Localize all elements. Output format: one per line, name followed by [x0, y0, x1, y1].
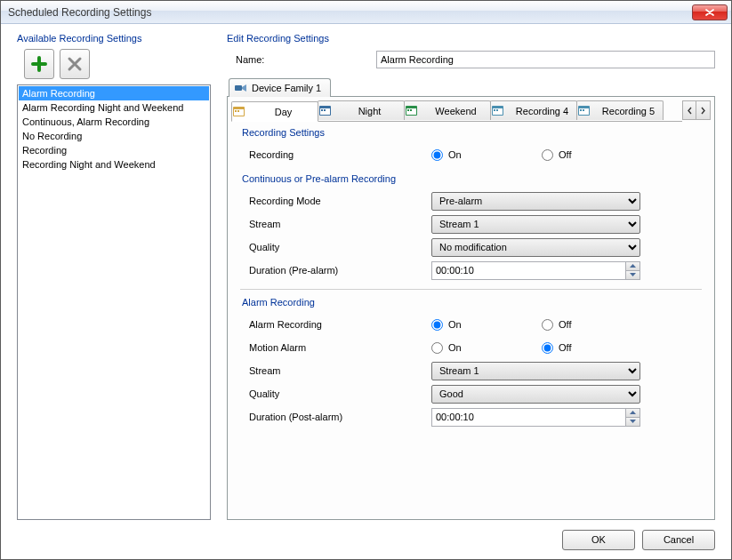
- schedule-icon: [318, 105, 331, 117]
- svg-rect-3: [235, 110, 237, 112]
- duration-prealarm-spinner[interactable]: [431, 261, 640, 280]
- spin-down-button[interactable]: [626, 418, 639, 426]
- recording-label: Recording: [240, 149, 431, 160]
- list-item[interactable]: Alarm Recording Night and Weekend: [19, 100, 209, 115]
- off-label: Off: [559, 319, 571, 330]
- recording-on-radio[interactable]: [431, 149, 443, 161]
- name-input[interactable]: [376, 51, 715, 68]
- schedule-tab-label: Night: [335, 106, 404, 116]
- edit-settings-title: Edit Recording Settings: [227, 33, 715, 44]
- available-toolbar: [17, 49, 211, 79]
- x-icon: [67, 56, 83, 72]
- svg-rect-19: [580, 109, 582, 111]
- alarm-rec-on-option[interactable]: On: [431, 319, 538, 331]
- svg-rect-20: [583, 109, 584, 111]
- list-item[interactable]: Alarm Recording: [19, 86, 209, 100]
- device-tabs: Device Family 1: [229, 77, 715, 96]
- spin-btns-pre: [625, 261, 640, 280]
- motion-on-radio[interactable]: [431, 342, 443, 354]
- svg-rect-16: [496, 109, 498, 111]
- settings-listbox[interactable]: Alarm RecordingAlarm Recording Night and…: [17, 84, 211, 520]
- stream-label: Stream: [240, 219, 431, 229]
- quality-select[interactable]: No modification: [431, 238, 640, 257]
- on-label: On: [448, 149, 462, 160]
- available-settings-title: Available Recording Settings: [17, 33, 211, 44]
- svg-rect-12: [410, 109, 412, 111]
- motion-off-option[interactable]: Off: [542, 342, 648, 354]
- on-label: On: [448, 342, 462, 353]
- chevron-left-icon: [687, 107, 693, 115]
- schedule-tab-label: Day: [249, 107, 318, 117]
- schedule-tab-weekend[interactable]: Weekend: [404, 100, 491, 120]
- alarm-quality-select[interactable]: Good: [431, 385, 640, 404]
- name-row: Name:: [236, 51, 715, 68]
- alarm-quality-label: Quality: [240, 388, 431, 399]
- alarm-rec-off-radio[interactable]: [542, 319, 553, 331]
- schedule-icon: [577, 105, 590, 117]
- delete-setting-button[interactable]: [60, 49, 90, 79]
- spin-btns-post: [625, 408, 640, 427]
- recording-row: Recording On Off: [240, 143, 702, 166]
- list-item[interactable]: Recording: [19, 143, 209, 157]
- alarm-stream-select[interactable]: Stream 1: [431, 362, 640, 380]
- plus-icon: [30, 55, 48, 73]
- schedule-icon: [232, 106, 245, 118]
- content-area: Available Recording Settings Alarm Recor…: [1, 24, 731, 520]
- schedule-tab-recording-4[interactable]: Recording 4: [490, 100, 577, 120]
- tab-scroll-buttons: [682, 100, 711, 122]
- settings-body: Recording Settings Recording On Off Cont…: [231, 122, 711, 516]
- duration-postalarm-spinner[interactable]: [431, 408, 640, 427]
- schedule-tab-label: Weekend: [422, 106, 490, 116]
- duration-postalarm-input[interactable]: [431, 408, 625, 427]
- duration-prealarm-input[interactable]: [431, 261, 625, 280]
- close-icon: [705, 9, 714, 16]
- schedule-tabs-wrap: DayNightWeekendRecording 4Recording 5: [231, 100, 711, 122]
- recording-on-option[interactable]: On: [431, 149, 538, 161]
- off-label: Off: [559, 342, 571, 353]
- spin-down-button[interactable]: [626, 271, 639, 279]
- divider: [240, 289, 702, 290]
- recording-mode-select[interactable]: Pre-alarm: [431, 192, 640, 211]
- schedule-tab-night[interactable]: Night: [318, 100, 405, 120]
- motion-on-option[interactable]: On: [431, 342, 538, 354]
- device-family-tab[interactable]: Device Family 1: [229, 78, 331, 97]
- schedule-tab-recording-5[interactable]: Recording 5: [576, 100, 664, 120]
- spin-up-button[interactable]: [626, 262, 639, 271]
- stream-select[interactable]: Stream 1: [431, 215, 640, 234]
- tab-scroll-left[interactable]: [682, 100, 696, 120]
- continuous-title: Continuous or Pre-alarm Recording: [242, 173, 702, 184]
- dialog-footer: OK Cancel: [1, 520, 731, 559]
- close-button[interactable]: [692, 4, 728, 20]
- titlebar: Scheduled Recording Settings: [1, 1, 731, 24]
- list-item[interactable]: Continuous, Alarm Recording: [19, 115, 209, 129]
- schedule-tab-day[interactable]: Day: [231, 101, 318, 122]
- alarm-rec-on-radio[interactable]: [431, 319, 443, 331]
- edit-settings-panel: Edit Recording Settings Name: Device Fam…: [227, 33, 715, 520]
- schedule-icon: [405, 105, 417, 117]
- recording-mode-label: Recording Mode: [240, 196, 431, 206]
- motion-off-radio[interactable]: [542, 342, 553, 354]
- chevron-up-icon: [630, 411, 636, 414]
- ok-button[interactable]: OK: [562, 530, 635, 550]
- duration-postalarm-label: Duration (Post-alarm): [240, 412, 431, 422]
- camera-icon: [235, 82, 247, 94]
- alarm-rec-label: Alarm Recording: [240, 319, 431, 330]
- cancel-button[interactable]: Cancel: [642, 530, 715, 550]
- alarm-rec-off-option[interactable]: Off: [542, 319, 648, 331]
- motion-alarm-label: Motion Alarm: [240, 342, 431, 353]
- recording-off-option[interactable]: Off: [542, 149, 648, 161]
- quality-label: Quality: [240, 242, 431, 252]
- chevron-right-icon: [700, 107, 706, 115]
- recording-settings-title: Recording Settings: [242, 127, 702, 138]
- window-title: Scheduled Recording Settings: [8, 6, 692, 19]
- recording-off-radio[interactable]: [542, 149, 553, 161]
- svg-rect-11: [407, 109, 409, 111]
- list-item[interactable]: Recording Night and Weekend: [19, 157, 209, 172]
- spin-up-button[interactable]: [626, 409, 639, 418]
- list-item[interactable]: No Recording: [19, 129, 209, 143]
- svg-rect-7: [321, 109, 323, 111]
- add-setting-button[interactable]: [24, 49, 54, 79]
- svg-rect-4: [237, 110, 239, 112]
- dialog-window: Scheduled Recording Settings Available R…: [0, 0, 732, 560]
- tab-scroll-right[interactable]: [696, 100, 711, 120]
